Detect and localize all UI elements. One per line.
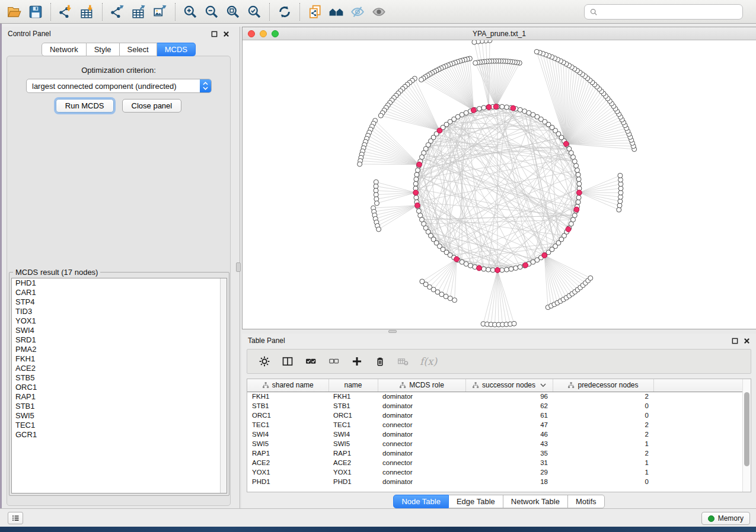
cell-name[interactable]: PHD1 xyxy=(328,477,378,486)
cell-shared-name[interactable]: PHD1 xyxy=(247,477,328,486)
cell-predecessor-nodes[interactable]: 0 xyxy=(553,477,653,486)
cell-name[interactable]: ACE2 xyxy=(328,458,378,467)
mcds-result-item[interactable]: YOX1 xyxy=(12,316,227,326)
float-table-panel-icon[interactable] xyxy=(732,338,738,344)
cell-MCDS-role[interactable]: dominator xyxy=(378,477,465,486)
cell-predecessor-nodes[interactable]: 1 xyxy=(553,458,653,467)
cell-name[interactable]: ORC1 xyxy=(328,411,378,420)
cell-successor-nodes[interactable]: 46 xyxy=(465,430,553,439)
cell-name[interactable]: SWI5 xyxy=(328,439,378,448)
cell-successor-nodes[interactable]: 96 xyxy=(465,392,553,401)
cell-MCDS-role[interactable]: connector xyxy=(378,439,465,448)
cell-successor-nodes[interactable]: 47 xyxy=(465,420,553,430)
table-row[interactable]: STB1STB1dominator620 xyxy=(247,401,743,411)
zoom-selected-button[interactable] xyxy=(244,2,265,21)
tab-style[interactable]: Style xyxy=(87,43,120,56)
cell-shared-name[interactable]: SWI5 xyxy=(247,439,328,448)
table-row[interactable]: ACE2ACE2connector311 xyxy=(247,458,743,467)
delete-columns-button[interactable] xyxy=(374,355,387,368)
cell-shared-name[interactable]: SWI4 xyxy=(247,430,328,439)
vertical-split-divider[interactable] xyxy=(235,27,242,508)
cell-successor-nodes[interactable]: 29 xyxy=(465,467,553,477)
close-panel-button[interactable]: Close panel xyxy=(122,99,182,113)
mcds-result-item[interactable]: SWI4 xyxy=(12,326,227,335)
cell-predecessor-nodes[interactable]: 0 xyxy=(553,401,653,411)
cell-predecessor-nodes[interactable]: 0 xyxy=(553,411,653,420)
close-table-panel-icon[interactable] xyxy=(744,338,750,344)
zoom-window-button[interactable] xyxy=(272,30,279,37)
cell-MCDS-role[interactable]: connector xyxy=(378,458,465,467)
close-panel-icon[interactable] xyxy=(223,31,229,37)
horizontal-split-handle[interactable] xyxy=(388,330,397,333)
close-window-button[interactable] xyxy=(248,30,255,37)
cell-shared-name[interactable]: STB1 xyxy=(247,401,328,411)
table-row[interactable]: FKH1FKH1dominator962 xyxy=(247,392,743,401)
export-image-button[interactable] xyxy=(149,2,171,21)
table-settings-button[interactable] xyxy=(258,355,271,368)
table-row[interactable]: ORC1ORC1dominator610 xyxy=(247,411,743,420)
cell-name[interactable]: STB1 xyxy=(328,401,378,411)
save-session-button[interactable] xyxy=(25,2,46,21)
cell-shared-name[interactable]: ORC1 xyxy=(247,411,328,420)
mcds-result-list[interactable]: PHD1CAR1STP4TID3YOX1SWI4SRD1PMA2FKH1ACE2… xyxy=(11,278,227,493)
cell-name[interactable]: YOX1 xyxy=(328,467,378,477)
cell-predecessor-nodes[interactable]: 2 xyxy=(553,448,653,458)
cell-predecessor-nodes[interactable]: 2 xyxy=(553,430,653,439)
create-column-button[interactable] xyxy=(350,355,363,368)
mcds-result-item[interactable]: TEC1 xyxy=(12,421,227,430)
tab-edge-table[interactable]: Edge Table xyxy=(449,495,503,508)
tab-mcds[interactable]: MCDS xyxy=(157,43,196,56)
mcds-result-item[interactable]: STB5 xyxy=(12,373,227,383)
cell-successor-nodes[interactable]: 61 xyxy=(465,411,553,420)
tab-network-table[interactable]: Network Table xyxy=(503,495,568,508)
cell-successor-nodes[interactable]: 35 xyxy=(465,448,553,458)
network-canvas[interactable] xyxy=(243,40,756,329)
mcds-result-item[interactable]: SWI5 xyxy=(12,411,227,421)
mcds-list-scrollbar[interactable] xyxy=(220,278,227,493)
memory-button[interactable]: Memory xyxy=(701,512,750,525)
cell-predecessor-nodes[interactable]: 2 xyxy=(553,392,653,401)
tab-motifs[interactable]: Motifs xyxy=(568,495,605,508)
mcds-result-item[interactable]: PMA2 xyxy=(12,345,227,354)
cell-name[interactable]: TEC1 xyxy=(328,420,378,430)
table-row[interactable]: RAP1RAP1dominator352 xyxy=(247,448,743,458)
vertical-split-handle[interactable] xyxy=(236,262,241,272)
tab-select[interactable]: Select xyxy=(120,43,157,56)
mcds-result-item[interactable]: GCR1 xyxy=(12,430,227,440)
table-row[interactable]: PHD1PHD1dominator180 xyxy=(247,477,743,486)
first-neighbors-button[interactable] xyxy=(326,2,347,21)
cell-name[interactable]: FKH1 xyxy=(328,392,378,401)
tab-node-table[interactable]: Node Table xyxy=(393,495,449,508)
zoom-out-button[interactable] xyxy=(201,2,222,21)
table-row[interactable]: SWI5SWI5connector431 xyxy=(247,439,743,448)
table-scrollbar[interactable] xyxy=(742,379,751,492)
export-network-button[interactable] xyxy=(107,2,128,21)
cell-MCDS-role[interactable]: dominator xyxy=(378,401,465,411)
search-input[interactable] xyxy=(598,6,742,18)
duplicate-network-button[interactable] xyxy=(304,2,326,21)
mcds-result-item[interactable]: ACE2 xyxy=(12,364,227,373)
open-file-button[interactable] xyxy=(4,2,25,21)
mcds-result-item[interactable]: FKH1 xyxy=(12,354,227,364)
cell-successor-nodes[interactable]: 31 xyxy=(465,458,553,467)
deselect-all-rows-button[interactable] xyxy=(327,355,340,368)
import-network-button[interactable] xyxy=(55,2,76,21)
cell-name[interactable]: SWI4 xyxy=(328,430,378,439)
mcds-result-item[interactable]: CAR1 xyxy=(12,288,227,297)
mcds-result-item[interactable]: TID3 xyxy=(12,307,227,316)
cell-successor-nodes[interactable]: 18 xyxy=(465,477,553,486)
cell-successor-nodes[interactable]: 43 xyxy=(465,439,553,448)
float-panel-icon[interactable] xyxy=(211,31,218,37)
table-row[interactable]: YOX1YOX1connector291 xyxy=(247,467,743,477)
cell-predecessor-nodes[interactable]: 1 xyxy=(553,467,653,477)
cell-shared-name[interactable]: TEC1 xyxy=(247,420,328,430)
horizontal-split-divider[interactable] xyxy=(242,329,756,334)
cell-predecessor-nodes[interactable]: 2 xyxy=(553,420,653,430)
column-header-name[interactable]: name xyxy=(328,379,378,392)
mcds-result-item[interactable]: STP4 xyxy=(12,297,227,307)
table-row[interactable]: TEC1TEC1connector472 xyxy=(247,420,743,430)
cell-shared-name[interactable]: ACE2 xyxy=(247,458,328,467)
tab-network[interactable]: Network xyxy=(42,43,87,56)
run-mcds-button[interactable]: Run MCDS xyxy=(56,99,114,113)
mcds-result-item[interactable]: ORC1 xyxy=(12,383,227,392)
